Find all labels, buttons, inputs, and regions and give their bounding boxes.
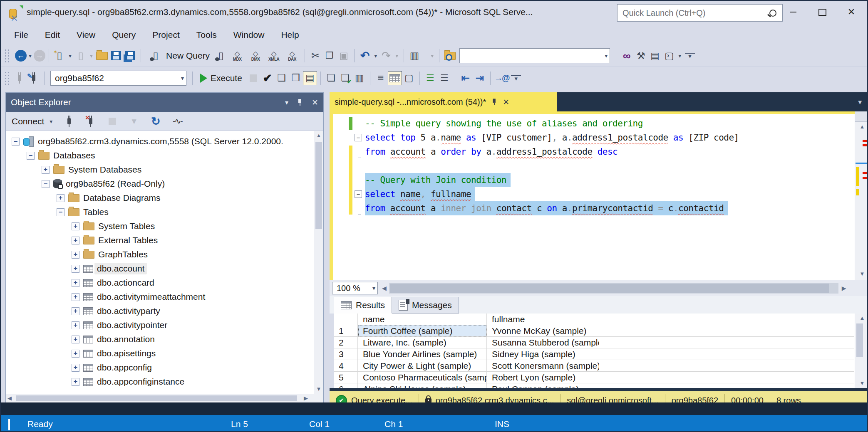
save-all-icon[interactable] <box>123 49 137 63</box>
menu-edit[interactable]: Edit <box>37 25 68 45</box>
column-header[interactable]: fullname <box>487 314 599 325</box>
collapse-icon[interactable]: − <box>57 208 64 216</box>
panel-menu-chevron-icon[interactable]: ▾ <box>285 99 288 106</box>
chevron-down-icon[interactable]: ▾ <box>676 52 683 59</box>
pin-icon[interactable] <box>492 98 496 105</box>
connect-object-explorer-icon[interactable] <box>62 114 76 128</box>
chevron-down-icon[interactable]: ▾ <box>372 52 379 59</box>
code-line[interactable]: from account a order by a.address1_posta… <box>330 145 855 159</box>
expand-icon[interactable]: + <box>72 293 79 301</box>
scroll-right-icon[interactable]: ▶ <box>304 394 308 402</box>
scroll-up-icon[interactable]: ▲ <box>855 122 868 131</box>
data-cell[interactable]: Robert Lyon (sample) <box>487 372 599 383</box>
data-cell[interactable] <box>599 325 854 337</box>
code-line[interactable]: from account a inner join contact c on a… <box>330 201 855 215</box>
toolbar-grip[interactable] <box>4 71 10 85</box>
data-cell[interactable]: Litware, Inc. (sample) <box>358 337 487 348</box>
menu-window[interactable]: Window <box>225 25 273 45</box>
expand-icon[interactable]: + <box>72 350 79 358</box>
splitter-handle[interactable] <box>855 111 868 122</box>
object-explorer-hscrollbar[interactable]: ◀ ▶ <box>6 394 323 402</box>
code-line[interactable] <box>330 159 855 173</box>
tree-item[interactable]: +Database Diagrams <box>57 191 161 205</box>
scroll-down-icon[interactable]: ▼ <box>314 385 323 394</box>
code-line[interactable]: -- Simple query showing the use of alias… <box>330 116 855 131</box>
intellisense-enabled-icon[interactable] <box>303 71 317 85</box>
data-cell[interactable] <box>599 372 854 383</box>
maximize-button[interactable] <box>811 3 834 21</box>
expand-icon[interactable]: + <box>72 336 79 343</box>
editor-vscrollbar[interactable]: ▲ ▼ <box>855 111 868 280</box>
save-icon[interactable] <box>109 49 123 63</box>
toolbar-overflow-icon[interactable]: ▾ <box>685 53 695 59</box>
data-cell[interactable]: Contoso Pharmaceuticals (sample) <box>358 372 487 383</box>
data-cell[interactable]: Blue Yonder Airlines (sample) <box>358 348 487 360</box>
expand-icon[interactable]: + <box>72 364 79 372</box>
command-window-icon[interactable] <box>662 49 676 63</box>
tree-item[interactable]: +dbo.annotation <box>72 332 155 346</box>
expand-icon[interactable]: + <box>72 222 79 230</box>
pin-icon[interactable] <box>298 99 303 106</box>
close-button[interactable]: ✕ <box>840 3 863 21</box>
tree-item[interactable]: +dbo.activitymimeattachment <box>72 290 205 304</box>
minimize-button[interactable] <box>781 3 805 21</box>
data-cell[interactable]: Yvonne McKay (sample) <box>487 325 599 337</box>
code-line[interactable]: -- Query with Join condition <box>330 173 855 187</box>
results-vscrollbar[interactable]: ▲ ▼ <box>855 314 868 388</box>
live-query-statistics-icon[interactable] <box>338 71 352 85</box>
menu-project[interactable]: Project <box>144 25 188 45</box>
collapse-icon[interactable]: − <box>12 138 20 146</box>
filter-icon[interactable] <box>127 114 141 128</box>
sql-editor[interactable]: -- Simple query showing the use of alias… <box>330 114 855 280</box>
expand-icon[interactable]: + <box>72 321 79 329</box>
close-tab-icon[interactable]: ✕ <box>503 97 509 107</box>
scroll-thumb[interactable] <box>16 395 297 401</box>
menu-help[interactable]: Help <box>273 25 307 45</box>
copy-icon[interactable] <box>322 49 337 63</box>
tree-item[interactable]: +System Tables <box>72 219 155 233</box>
data-cell[interactable] <box>599 337 854 348</box>
row-number-cell[interactable]: 4 <box>334 360 358 372</box>
menu-file[interactable]: File <box>6 25 37 45</box>
scroll-thumb[interactable] <box>390 284 829 293</box>
chevron-down-icon[interactable]: ▾ <box>27 52 34 59</box>
scroll-up-icon[interactable]: ▲ <box>855 314 868 323</box>
parse-icon[interactable] <box>260 71 275 85</box>
expand-icon[interactable]: + <box>72 265 79 273</box>
dax-query-icon[interactable]: ◇DAX <box>283 47 301 65</box>
scroll-down-icon[interactable]: ▼ <box>855 269 868 279</box>
disconnect-icon[interactable]: ✕ <box>84 114 98 128</box>
scroll-down-icon[interactable]: ▼ <box>855 379 868 388</box>
new-file-icon[interactable] <box>52 49 67 63</box>
tab-messages[interactable]: Messages <box>392 297 459 314</box>
menu-view[interactable]: View <box>68 25 104 45</box>
data-cell[interactable]: City Power & Light (sample) <box>358 360 487 372</box>
tree-item[interactable]: +External Tables <box>72 233 158 247</box>
tree-item[interactable]: +dbo.activitypointer <box>72 318 167 332</box>
tree-item[interactable]: +dbo.appconfig <box>72 360 152 375</box>
tree-item[interactable]: −org9ba85f62 (Read-Only) <box>42 177 165 191</box>
chevron-down-icon[interactable]: ▾ <box>179 75 186 81</box>
client-statistics-icon[interactable] <box>352 71 367 85</box>
scroll-left-icon[interactable]: ◀ <box>7 394 12 402</box>
data-cell[interactable] <box>599 383 854 388</box>
estimated-plan-icon[interactable] <box>275 71 289 85</box>
object-explorer-vscrollbar[interactable]: ▲ ▼ <box>314 131 323 394</box>
mdx-query-icon[interactable]: ◇MDX <box>228 47 246 65</box>
collapse-icon[interactable]: − <box>27 152 35 160</box>
cut-icon[interactable] <box>308 49 322 63</box>
activity-monitor-icon[interactable] <box>407 49 422 63</box>
panel-close-icon[interactable]: ✕ <box>312 98 318 107</box>
connect-button[interactable]: Connect ▾ <box>12 116 55 126</box>
zoom-level-combobox[interactable]: 100 % ▾ <box>332 282 378 294</box>
scroll-up-icon[interactable]: ▲ <box>314 131 323 140</box>
tools-wrench-icon[interactable] <box>634 49 648 63</box>
toolbar-grip[interactable] <box>4 49 10 63</box>
find-in-files-icon[interactable] <box>443 49 457 63</box>
data-cell[interactable]: Alpine Ski House (sample) <box>358 383 487 388</box>
menu-tools[interactable]: Tools <box>188 25 225 45</box>
tree-item[interactable]: +dbo.appconfiginstance <box>72 375 184 389</box>
change-connection-icon[interactable]: ✎ <box>27 71 41 85</box>
chevron-down-icon[interactable]: ▾ <box>67 52 74 59</box>
row-number-cell[interactable]: 3 <box>334 348 358 360</box>
